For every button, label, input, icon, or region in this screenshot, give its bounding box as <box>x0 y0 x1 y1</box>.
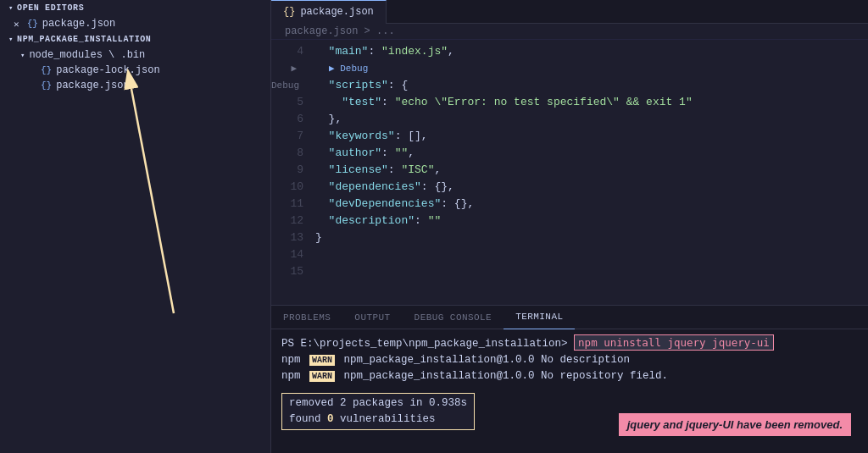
code-line-14: } <box>312 229 868 246</box>
code-line-9: "author": "", <box>312 145 868 162</box>
code-line-11: "dependencies": {}, <box>312 179 868 196</box>
code-line-7: }, <box>312 111 868 128</box>
open-editors-section[interactable]: ▾ OPEN EDITORS <box>0 0 270 16</box>
breadcrumb-text: package.json > ... <box>285 25 395 37</box>
chevron-down-icon: ▾ <box>8 35 14 44</box>
breadcrumb: package.json > ... <box>271 24 868 40</box>
package-lock-json-item[interactable]: {} package-lock.json <box>0 63 270 78</box>
close-icon[interactable]: ✕ <box>14 19 19 30</box>
editor-tab-bar: {} package.json <box>271 0 868 24</box>
tab-debug-console[interactable]: DEBUG CONSOLE <box>403 306 504 329</box>
terminal-command: npm uninstall jquery jquery-ui <box>574 334 774 351</box>
line-numbers: 4 ▶ Debug 5 6 7 8 9 10 11 12 13 14 15 <box>271 40 312 305</box>
result-highlight: removed 2 packages in 0.938s found 0 vul… <box>281 393 475 430</box>
tab-label: package.json <box>300 6 373 18</box>
debug-line: ▶ Debug <box>312 60 868 77</box>
terminal-warn1: npm WARN npm_package_installation@1.0.0 … <box>281 352 858 368</box>
code-line-15 <box>312 246 868 263</box>
code-line-4: "main": "index.js", <box>312 43 868 60</box>
result-line2: found 0 vulnerabilities <box>289 412 467 428</box>
chevron-down-icon: ▾ <box>20 51 25 60</box>
open-editor-package-json[interactable]: ✕ {} package.json <box>0 16 270 31</box>
panel: PROBLEMS OUTPUT DEBUG CONSOLE TERMINAL P… <box>271 305 868 453</box>
tab-package-json[interactable]: {} package.json <box>271 0 387 24</box>
package-json-label: package.json <box>56 80 129 91</box>
warn-badge-2: WARN <box>309 371 335 382</box>
open-editors-label: OPEN EDITORS <box>17 3 84 13</box>
json-icon: {} <box>27 19 38 29</box>
terminal-warn2: npm WARN npm_package_installation@1.0.0 … <box>281 368 858 384</box>
npm-section-header[interactable]: ▾ NPM_PACKAGE_INSTALLATION <box>0 31 270 47</box>
code-line-6: "test": "echo \"Error: no test specified… <box>312 94 868 111</box>
node-modules-folder[interactable]: ▾ node_modules \ .bin <box>0 47 270 63</box>
npm-section-label: NPM_PACKAGE_INSTALLATION <box>17 35 151 44</box>
terminal-content[interactable]: PS E:\projects_temp\npm_package_installa… <box>271 329 868 453</box>
code-editor[interactable]: "main": "index.js", ▶ Debug "scripts": {… <box>312 40 868 305</box>
terminal-line-cmd: PS E:\projects_temp\npm_package_installa… <box>281 334 858 352</box>
node-modules-label: node_modules \ .bin <box>29 49 145 61</box>
chevron-down-icon: ▾ <box>8 3 14 13</box>
code-line-12: "devDependencies": {}, <box>312 196 868 213</box>
sidebar: ▾ OPEN EDITORS ✕ {} package.json ▾ NPM_P… <box>0 0 271 453</box>
editor-area: 4 ▶ Debug 5 6 7 8 9 10 11 12 13 14 15 "m… <box>271 40 868 305</box>
package-lock-label: package-lock.json <box>56 64 159 76</box>
tab-output[interactable]: OUTPUT <box>342 306 402 329</box>
open-editor-filename: package.json <box>42 18 115 30</box>
json-bracket-icon: {} <box>41 65 52 75</box>
tab-terminal[interactable]: TERMINAL <box>504 306 575 329</box>
zero-count: 0 <box>327 413 334 425</box>
package-json-item[interactable]: {} package.json <box>0 78 270 93</box>
code-line-8: "keywords": [], <box>312 128 868 145</box>
result-line1: removed 2 packages in 0.938s <box>289 395 467 412</box>
annotation-label: jquery and jquery-UI have been removed. <box>619 413 851 436</box>
main-area: {} package.json package.json > ... 4 ▶ D… <box>271 0 868 453</box>
code-line-10: "license": "ISC", <box>312 162 868 179</box>
json-bracket-icon2: {} <box>41 80 52 91</box>
terminal-prompt: PS E:\projects_temp\npm_package_installa… <box>281 338 568 350</box>
svg-line-1 <box>131 89 174 313</box>
code-line-13: "description": "" <box>312 213 868 229</box>
tab-problems[interactable]: PROBLEMS <box>271 306 342 329</box>
warn-badge-1: WARN <box>309 355 335 366</box>
tab-icon: {} <box>283 6 295 18</box>
panel-tabs: PROBLEMS OUTPUT DEBUG CONSOLE TERMINAL <box>271 306 868 329</box>
code-line-5: "scripts": { <box>312 77 868 94</box>
